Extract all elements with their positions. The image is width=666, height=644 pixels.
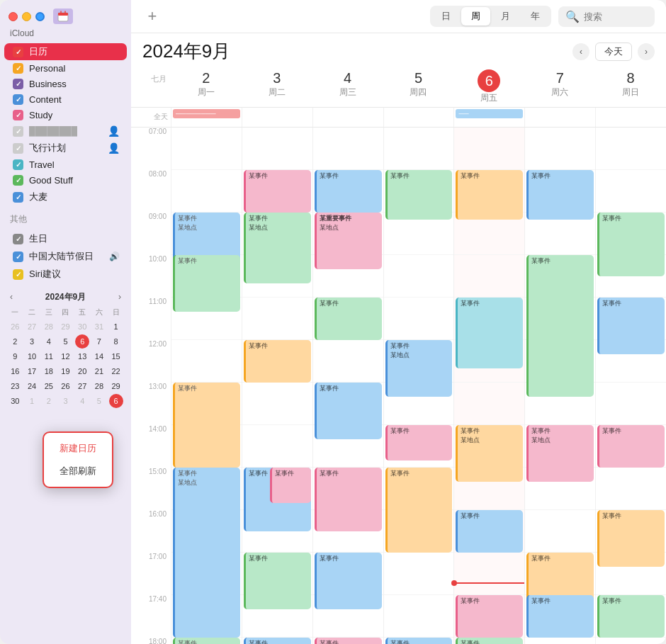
event-fri-4[interactable]: 某事件 xyxy=(456,510,523,553)
event-sun-5[interactable]: 某事件 xyxy=(597,595,665,638)
barley-checkbox[interactable] xyxy=(13,192,23,203)
mini-day[interactable]: 15 xyxy=(109,349,123,363)
event-sun-4[interactable]: 某事件 xyxy=(597,510,665,567)
view-tab-week[interactable]: 周 xyxy=(461,7,490,26)
sidebar-item-travel[interactable]: Travel xyxy=(4,157,127,172)
add-event-button[interactable]: + xyxy=(142,7,162,26)
mini-day[interactable]: 5 xyxy=(58,334,72,349)
mini-day[interactable]: 27 xyxy=(25,320,39,334)
content-checkbox[interactable] xyxy=(13,94,23,105)
event-tue-7[interactable]: 某事件 xyxy=(244,638,311,644)
mini-day[interactable]: 2 xyxy=(8,334,22,349)
mini-day[interactable]: 1 xyxy=(109,320,123,334)
event-fri-5[interactable]: 某事件 xyxy=(456,595,523,638)
siri-checkbox[interactable] xyxy=(13,269,23,280)
sidebar-item-holiday[interactable]: 中国大陆节假日 🔊 xyxy=(4,248,127,265)
mini-day[interactable]: 3 xyxy=(25,334,39,349)
birthday-checkbox[interactable] xyxy=(13,234,23,244)
event-thu-3[interactable]: 某事件 xyxy=(385,425,453,461)
mini-day[interactable]: 9 xyxy=(8,349,22,363)
sidebar-item-birthday[interactable]: 生日 xyxy=(4,230,127,247)
event-tue-3[interactable]: 某事件 xyxy=(244,340,311,383)
mini-day[interactable]: 26 xyxy=(58,379,72,393)
mini-day[interactable]: 12 xyxy=(58,349,72,363)
event-mon-2[interactable]: 某事件 xyxy=(173,255,240,312)
event-mon-4[interactable]: 某事件 某地点 xyxy=(173,468,240,638)
view-tab-year[interactable]: 年 xyxy=(521,7,550,26)
mini-day[interactable]: 28 xyxy=(92,379,106,393)
sidebar-item-study[interactable]: Study xyxy=(4,108,127,123)
sidebar-item-business[interactable]: Business xyxy=(4,77,127,91)
sidebar-item-personal[interactable]: Personal xyxy=(4,61,127,76)
event-sun-2[interactable]: 某事件 xyxy=(597,298,665,354)
mini-day[interactable]: 14 xyxy=(92,349,106,363)
mini-day[interactable]: 20 xyxy=(75,364,89,378)
mini-day[interactable]: 31 xyxy=(92,320,106,334)
mini-cal-next[interactable]: › xyxy=(115,290,124,303)
event-thu-5[interactable]: 某事件 xyxy=(385,638,453,644)
event-wed-5[interactable]: 某事件 xyxy=(315,468,382,531)
allday-event-fri[interactable]: ── xyxy=(456,109,523,118)
mini-day[interactable]: 25 xyxy=(42,379,56,393)
event-mon-5[interactable]: 某事件 xyxy=(173,638,240,644)
event-tue-2[interactable]: 某事件 某地点 xyxy=(244,213,311,283)
event-sun-3[interactable]: 某事件 xyxy=(597,425,665,468)
event-sat-3[interactable]: 某事件 某地点 xyxy=(526,425,594,482)
event-thu-1[interactable]: 某事件 xyxy=(385,170,453,220)
mini-day[interactable]: 17 xyxy=(25,364,39,378)
mini-day-today[interactable]: 6 xyxy=(75,334,89,349)
search-bar[interactable]: 🔍 xyxy=(558,6,655,27)
mini-day[interactable]: 29 xyxy=(109,379,123,393)
event-sat-1[interactable]: 某事件 xyxy=(526,170,594,220)
today-button[interactable]: 今天 xyxy=(595,43,632,61)
goodstuff-checkbox[interactable] xyxy=(13,175,23,186)
mini-day[interactable]: 11 xyxy=(42,349,56,363)
event-mon-3[interactable]: 某事件 xyxy=(173,383,240,468)
business-checkbox[interactable] xyxy=(13,79,23,89)
mini-day[interactable]: 22 xyxy=(109,364,123,378)
mini-day[interactable]: 29 xyxy=(58,320,72,334)
mini-day[interactable]: 13 xyxy=(75,349,89,363)
mini-day[interactable]: 7 xyxy=(92,334,106,349)
mini-day[interactable]: 18 xyxy=(42,364,56,378)
event-fri-3[interactable]: 某事件 某地点 xyxy=(456,425,523,482)
mini-day[interactable]: 23 xyxy=(8,379,22,393)
mini-day[interactable]: 27 xyxy=(75,379,89,393)
event-wed-6[interactable]: 某事件 xyxy=(315,553,382,609)
mini-day[interactable]: 24 xyxy=(25,379,39,393)
personal-checkbox[interactable] xyxy=(13,63,23,74)
sidebar-item-barley[interactable]: 大麦 xyxy=(4,188,127,205)
sidebar-item-calendar[interactable]: 日历 xyxy=(4,43,127,60)
mini-day[interactable]: 10 xyxy=(25,349,39,363)
event-wed-2[interactable]: 某重要事件 某地点 xyxy=(315,213,382,269)
mini-day[interactable]: 6 xyxy=(109,394,123,408)
mini-day[interactable]: 19 xyxy=(58,364,72,378)
sidebar-item-flight[interactable]: 飞行计划 👤 xyxy=(4,140,127,157)
next-week-button[interactable]: › xyxy=(638,43,655,60)
search-input[interactable] xyxy=(584,11,648,22)
mini-day[interactable]: 3 xyxy=(58,394,72,408)
event-sat-2[interactable]: 某事件 xyxy=(526,255,594,397)
sidebar-item-siri[interactable]: Siri建议 xyxy=(4,266,127,283)
mini-day[interactable]: 2 xyxy=(42,394,56,408)
shared1-checkbox[interactable] xyxy=(13,126,23,137)
mini-day[interactable]: 21 xyxy=(92,364,106,378)
mini-day[interactable]: 4 xyxy=(42,334,56,349)
calendar-checkbox[interactable] xyxy=(13,47,23,57)
mini-day[interactable]: 8 xyxy=(109,334,123,349)
mini-day[interactable]: 5 xyxy=(92,394,106,408)
fullscreen-button[interactable] xyxy=(35,12,45,21)
minimize-button[interactable] xyxy=(22,12,31,21)
event-wed-1[interactable]: 某事件 xyxy=(315,170,382,213)
view-tab-month[interactable]: 月 xyxy=(491,7,520,26)
mini-day[interactable]: 30 xyxy=(75,320,89,334)
sidebar-item-goodstuff[interactable]: Good Stuff xyxy=(4,173,127,188)
event-fri-2[interactable]: 某事件 xyxy=(456,298,523,368)
sidebar-item-content[interactable]: Content xyxy=(4,92,127,107)
mini-day[interactable]: 16 xyxy=(8,364,22,378)
event-tue-5[interactable]: 某事件 xyxy=(270,468,310,503)
mini-day[interactable]: 4 xyxy=(75,394,89,408)
sidebar-item-shared1[interactable]: ████████ 👤 xyxy=(4,123,127,139)
mini-day[interactable]: 28 xyxy=(42,320,56,334)
event-fri-6[interactable]: 某事件 xyxy=(456,638,523,644)
